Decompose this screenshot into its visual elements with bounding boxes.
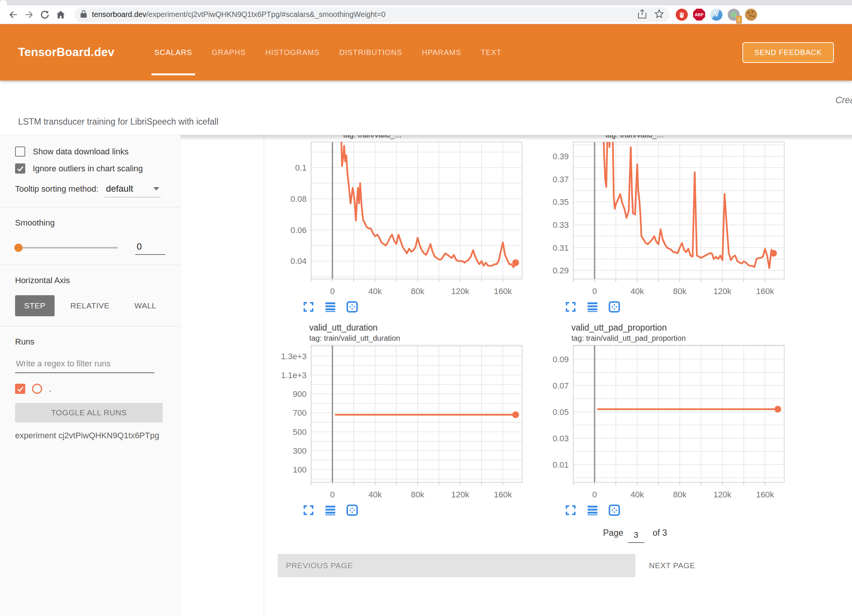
- smoothing-slider[interactable]: [15, 247, 118, 249]
- svg-text:120k: 120k: [713, 490, 732, 499]
- chevron-down-icon: [153, 187, 159, 191]
- profile-extension-icon[interactable]: 1: [728, 9, 740, 21]
- svg-text:40k: 40k: [631, 490, 644, 499]
- svg-text:0: 0: [592, 287, 597, 296]
- adblock-extension-icon[interactable]: [676, 9, 688, 21]
- chart-card: valid_utt_pad_proportion tag: train/vali…: [537, 322, 794, 516]
- ignore-outliers-row[interactable]: Ignore outliers in chart scaling: [15, 163, 165, 174]
- app-header: TensorBoard.dev SCALARS GRAPHS HISTOGRAM…: [0, 24, 852, 81]
- fullscreen-icon[interactable]: [302, 301, 315, 313]
- data-table-icon[interactable]: [586, 504, 599, 516]
- ignore-outliers-checkbox[interactable]: [15, 163, 25, 174]
- svg-text:0.05: 0.05: [553, 407, 569, 417]
- page-number-input[interactable]: [628, 530, 644, 543]
- forward-icon[interactable]: [21, 7, 37, 23]
- tooltip-sorting-dropdown[interactable]: default: [104, 183, 161, 197]
- chart-card: tag: train/valid_… 040k80k120k160k0.290.…: [537, 135, 794, 313]
- svg-text:0.35: 0.35: [553, 197, 569, 207]
- chart-title: valid_utt_pad_proportion: [537, 322, 794, 333]
- svg-text:40k: 40k: [368, 490, 382, 499]
- ignore-outliers-label: Ignore outliers in chart scaling: [33, 164, 143, 174]
- fit-domain-icon[interactable]: [346, 504, 358, 516]
- charts-main: tag: train/valid_… 040k80k120k160k0.040.…: [181, 135, 852, 616]
- fullscreen-icon[interactable]: [302, 504, 315, 516]
- svg-text:700: 700: [293, 408, 307, 418]
- svg-text:0: 0: [330, 287, 334, 296]
- cookie-extension-icon[interactable]: [745, 9, 757, 21]
- data-table-icon[interactable]: [324, 504, 336, 516]
- run-name: .: [49, 384, 51, 394]
- line-chart[interactable]: 040k80k120k160k1003005007009001.1e+31.3e…: [275, 343, 531, 501]
- send-feedback-button[interactable]: SEND FEEDBACK: [742, 42, 834, 63]
- tab-hparams[interactable]: HPARAMS: [412, 24, 471, 81]
- experiment-id-label: experiment cj2vtPiwQHKN9Q1tx6PTpg: [15, 431, 165, 441]
- axis-relative-button[interactable]: RELATIVE: [61, 295, 119, 316]
- svg-text:1.3e+3: 1.3e+3: [281, 352, 307, 361]
- axis-wall-button[interactable]: WALL: [125, 295, 165, 316]
- svg-text:120k: 120k: [451, 490, 470, 499]
- bookmark-star-icon[interactable]: [654, 9, 664, 21]
- svg-text:0.1: 0.1: [295, 163, 307, 172]
- tooltip-sorting-label: Tooltip sorting method:: [15, 184, 98, 194]
- tab-histograms[interactable]: HISTOGRAMS: [256, 24, 330, 81]
- v-extension-icon[interactable]: V: [710, 9, 722, 21]
- svg-text:0.33: 0.33: [553, 220, 569, 230]
- svg-text:0: 0: [592, 490, 597, 499]
- url-path: /experiment/cj2vtPiwQHKN9Q1tx6PTpg/#scal…: [147, 10, 386, 18]
- reload-icon[interactable]: [37, 7, 53, 23]
- svg-text:500: 500: [293, 427, 307, 437]
- svg-text:80k: 80k: [673, 490, 687, 499]
- chart-tag: tag: train/valid_utt_duration: [275, 333, 531, 343]
- home-icon[interactable]: [53, 7, 69, 23]
- next-page-button[interactable]: NEXT PAGE: [649, 561, 695, 570]
- fit-domain-icon[interactable]: [608, 504, 620, 516]
- back-icon[interactable]: [5, 7, 21, 23]
- svg-text:0.29: 0.29: [553, 266, 569, 275]
- run-item[interactable]: .: [15, 384, 165, 394]
- axis-step-button[interactable]: STEP: [15, 295, 55, 316]
- tab-distributions[interactable]: DISTRIBUTIONS: [330, 24, 412, 81]
- browser-tabstrip: [0, 0, 852, 5]
- url-bar[interactable]: tensorboard.dev/experiment/cj2vtPiwQHKN9…: [75, 7, 670, 22]
- experiment-subheader: Crea LSTM transducer training for LibriS…: [0, 81, 852, 135]
- data-table-icon[interactable]: [586, 301, 599, 313]
- chart-tag: tag: train/valid_utt_pad_proportion: [537, 333, 794, 343]
- svg-text:80k: 80k: [411, 287, 424, 296]
- svg-text:120k: 120k: [713, 287, 732, 296]
- svg-text:160k: 160k: [494, 287, 512, 296]
- svg-text:0.08: 0.08: [290, 194, 307, 204]
- abp-extension-icon[interactable]: ABP: [693, 9, 705, 21]
- svg-text:900: 900: [293, 389, 307, 399]
- chart-title: valid_utt_duration: [275, 322, 531, 333]
- smoothing-slider-thumb[interactable]: [14, 244, 23, 252]
- runs-regex-input[interactable]: [15, 357, 154, 373]
- experiment-description: LSTM transducer training for LibriSpeech…: [18, 117, 218, 127]
- show-download-links-row[interactable]: Show data download links: [15, 146, 165, 157]
- run-checkbox[interactable]: [15, 384, 25, 394]
- fullscreen-icon[interactable]: [565, 301, 577, 313]
- tab-graphs[interactable]: GRAPHS: [202, 24, 255, 81]
- runs-label: Runs: [15, 337, 165, 347]
- line-chart[interactable]: 040k80k120k160k0.290.310.330.350.370.39: [537, 140, 794, 298]
- run-color-circle[interactable]: [32, 384, 42, 394]
- share-icon[interactable]: [637, 9, 647, 21]
- previous-page-button[interactable]: PREVIOUS PAGE: [278, 554, 635, 577]
- extensions-area: ABP V 1: [676, 9, 757, 21]
- toggle-all-runs-button[interactable]: TOGGLE ALL RUNS: [15, 403, 163, 422]
- fullscreen-icon[interactable]: [565, 504, 577, 516]
- svg-text:80k: 80k: [411, 490, 424, 499]
- tab-scalars[interactable]: SCALARS: [145, 24, 202, 81]
- show-download-links-checkbox[interactable]: [15, 146, 25, 157]
- data-table-icon[interactable]: [324, 301, 336, 313]
- line-chart[interactable]: 040k80k120k160k0.010.030.050.070.09: [537, 343, 794, 501]
- svg-text:80k: 80k: [673, 287, 687, 296]
- smoothing-value-input[interactable]: [135, 241, 165, 255]
- horizontal-axis-label: Horizontal Axis: [15, 276, 165, 285]
- svg-text:160k: 160k: [756, 287, 774, 296]
- svg-text:1.1e+3: 1.1e+3: [281, 371, 307, 380]
- tab-text[interactable]: TEXT: [471, 24, 511, 81]
- line-chart[interactable]: 040k80k120k160k0.040.060.080.1: [275, 140, 531, 298]
- fit-domain-icon[interactable]: [608, 301, 620, 313]
- fit-domain-icon[interactable]: [346, 301, 358, 313]
- tooltip-sorting-value: default: [106, 183, 133, 194]
